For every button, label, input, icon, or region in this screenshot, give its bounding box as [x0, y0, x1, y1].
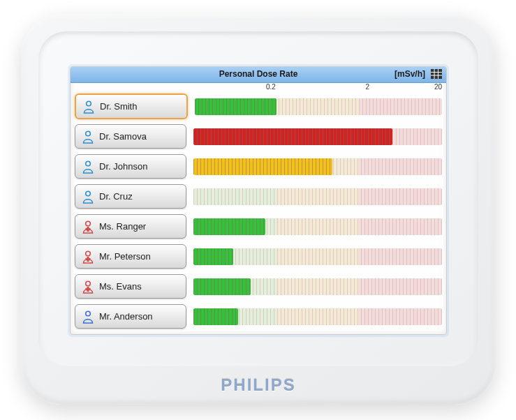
person-name: Dr. Smith: [100, 101, 137, 112]
dose-bar-track: [193, 128, 442, 145]
person-row: Ms. Evans: [75, 273, 442, 299]
person-list: Dr. Smith Dr. Samova Dr. Johnson Dr. Cru…: [75, 93, 442, 333]
svg-point-18: [86, 311, 91, 316]
person-icon: [81, 160, 95, 174]
svg-rect-11: [86, 228, 91, 230]
dose-bar-track: [193, 188, 442, 205]
svg-point-8: [86, 191, 91, 196]
person-name: Dr. Cruz: [99, 191, 133, 202]
dose-bar-fill: [193, 158, 332, 175]
person-button[interactable]: Mr. Anderson: [75, 304, 186, 329]
person-row: Dr. Smith: [75, 93, 442, 119]
person-icon: [81, 280, 95, 294]
person-name: Dr. Johnson: [99, 161, 147, 172]
person-icon: [81, 130, 95, 144]
device-bezel: Personal Dose Rate [mSv/h] 0.2 2 20 Dr. …: [38, 31, 478, 366]
person-icon: [82, 100, 96, 114]
person-row: Ms. Ranger: [75, 213, 442, 239]
svg-point-15: [86, 281, 91, 286]
person-name: Dr. Samova: [99, 131, 147, 142]
scale-tick-2: 2: [365, 83, 369, 91]
scale-row: 0.2 2 20: [71, 82, 446, 93]
dose-bar-fill: [195, 98, 277, 115]
person-button[interactable]: Ms. Evans: [75, 274, 186, 299]
person-row: Mr. Anderson: [75, 303, 442, 329]
device-frame: Personal Dose Rate [mSv/h] 0.2 2 20 Dr. …: [21, 14, 496, 405]
svg-rect-0: [431, 69, 442, 79]
dose-bar-fill: [193, 218, 265, 235]
unit-label: [mSv/h]: [395, 69, 425, 79]
screen: Personal Dose Rate [mSv/h] 0.2 2 20 Dr. …: [70, 66, 447, 335]
dose-bar-track: [195, 98, 442, 115]
svg-rect-17: [86, 288, 91, 290]
svg-point-7: [86, 161, 91, 166]
person-row: Dr. Johnson: [75, 153, 442, 179]
dose-bar-fill: [193, 278, 251, 295]
grid-view-icon[interactable]: [431, 69, 442, 79]
dose-bar-track: [193, 278, 442, 295]
svg-point-12: [86, 251, 91, 256]
dose-bar-fill: [193, 308, 238, 325]
title-bar: Personal Dose Rate [mSv/h]: [71, 67, 446, 83]
person-row: Dr. Samova: [75, 123, 442, 149]
dose-bar-fill: [193, 128, 392, 145]
svg-point-5: [87, 101, 91, 106]
dose-bar-track: [193, 158, 442, 175]
person-button[interactable]: Dr. Cruz: [75, 184, 186, 209]
person-row: Dr. Cruz: [75, 183, 442, 209]
person-icon: [81, 310, 95, 324]
content-area: 0.2 2 20 Dr. Smith Dr. Samova Dr. Johnso…: [71, 82, 446, 334]
page-title: Personal Dose Rate: [219, 69, 298, 79]
person-icon: [81, 190, 95, 204]
person-button[interactable]: Dr. Johnson: [75, 154, 186, 179]
svg-point-6: [86, 131, 91, 136]
person-icon: [81, 250, 95, 264]
dose-bar-track: [193, 308, 442, 325]
person-button[interactable]: Dr. Samova: [75, 124, 186, 149]
scale-tick-3: 20: [434, 83, 442, 91]
dose-bar-track: [193, 248, 442, 265]
person-button[interactable]: Dr. Smith: [75, 93, 188, 119]
person-name: Mr. Anderson: [99, 311, 153, 322]
person-name: Ms. Evans: [99, 281, 142, 292]
person-button[interactable]: Mr. Peterson: [75, 244, 186, 269]
person-button[interactable]: Ms. Ranger: [75, 214, 186, 239]
brand-logo: PHILIPS: [21, 375, 496, 395]
svg-rect-14: [86, 258, 91, 260]
person-row: Mr. Peterson: [75, 243, 442, 269]
person-icon: [81, 220, 95, 234]
dose-bar-fill: [193, 248, 233, 265]
dose-bar-track: [193, 218, 442, 235]
svg-point-9: [86, 221, 91, 226]
scale-tick-1: 0.2: [266, 83, 276, 91]
person-name: Ms. Ranger: [99, 221, 146, 232]
person-name: Mr. Peterson: [99, 251, 151, 262]
